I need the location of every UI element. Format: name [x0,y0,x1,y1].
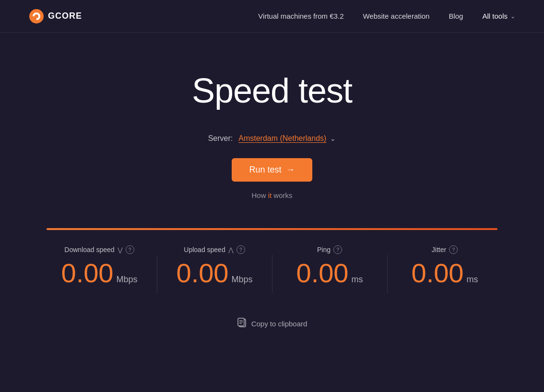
run-test-label: Run test [249,165,281,175]
how-it-works-link[interactable]: How it works [251,191,292,199]
server-row: Server: Amsterdam (Netherlands) ⌄ [208,134,336,143]
arrow-right-icon: → [286,165,295,175]
svg-point-0 [29,9,44,23]
metric-download-label: Download speed [64,246,114,254]
chevron-down-icon: ⌄ [510,13,515,20]
progress-bar-fill [47,228,497,230]
progress-bar [47,228,497,230]
copy-to-clipboard-button[interactable]: Copy to clipboard [237,317,307,330]
metric-jitter-header: Jitter ? [432,245,458,254]
gcore-logo-icon [29,9,44,24]
all-tools-label: All tools [482,12,508,20]
logo[interactable]: GCORE [29,9,82,24]
copy-to-clipboard-label: Copy to clipboard [251,320,307,328]
ping-help-icon[interactable]: ? [333,245,342,254]
metrics-row: Download speed ⋁ ? 0.00 Mbps Upload spee… [47,245,497,293]
navbar: GCORE Virtual machines from €3.2 Website… [0,0,544,33]
metric-jitter-unit: ms [467,275,478,285]
divider-1 [157,255,157,293]
clipboard-icon [237,317,247,330]
metric-upload-header: Upload speed ⋀ ? [184,245,245,254]
metric-ping-value: 0.00 [296,260,349,287]
metric-upload-value-row: 0.00 Mbps [176,260,252,287]
divider-2 [272,255,272,293]
metric-upload-label: Upload speed [184,246,225,254]
metric-upload-speed: Upload speed ⋀ ? 0.00 Mbps [162,245,267,287]
all-tools-dropdown[interactable]: All tools ⌄ [482,12,515,20]
metric-ping: Ping ? 0.00 ms [277,245,382,287]
page-title: Speed test [192,71,352,110]
metric-upload-value: 0.00 [176,260,228,287]
how-it-works-highlight: it [268,191,272,199]
metric-ping-header: Ping ? [317,245,342,254]
metric-ping-value-row: 0.00 ms [296,260,363,287]
nav-link-blog[interactable]: Blog [449,12,463,20]
nav-links: Virtual machines from €3.2 Website accel… [258,12,515,20]
upload-help-icon[interactable]: ? [237,245,245,254]
download-arrow-icon: ⋁ [118,246,123,254]
metric-jitter: Jitter ? 0.00 ms [392,245,497,287]
metric-jitter-label: Jitter [432,246,446,254]
logo-text: GCORE [48,11,82,21]
metric-ping-unit: ms [352,275,363,285]
clipboard-svg [237,317,247,328]
upload-arrow-icon: ⋀ [228,246,234,254]
nav-link-website-accel[interactable]: Website acceleration [363,12,429,20]
run-test-button[interactable]: Run test → [232,158,312,182]
main-content: Speed test Server: Amsterdam (Netherland… [0,33,544,330]
nav-link-vm[interactable]: Virtual machines from €3.2 [258,12,343,20]
divider-3 [387,255,388,293]
metric-download-value-row: 0.00 Mbps [61,260,137,287]
metric-download-value: 0.00 [61,260,113,287]
metric-download-speed: Download speed ⋁ ? 0.00 Mbps [47,245,152,287]
jitter-help-icon[interactable]: ? [449,245,458,254]
metric-jitter-value-row: 0.00 ms [412,260,478,287]
metric-download-unit: Mbps [116,275,137,285]
download-help-icon[interactable]: ? [126,245,134,254]
server-select[interactable]: Amsterdam (Netherlands) ⌄ [238,134,336,143]
metric-jitter-value: 0.00 [412,260,464,287]
metric-download-header: Download speed ⋁ ? [64,245,134,254]
server-chevron-icon: ⌄ [330,135,336,142]
server-name: Amsterdam (Netherlands) [238,134,326,143]
metric-ping-label: Ping [317,246,331,254]
metric-upload-unit: Mbps [231,275,252,285]
server-label: Server: [208,134,233,143]
